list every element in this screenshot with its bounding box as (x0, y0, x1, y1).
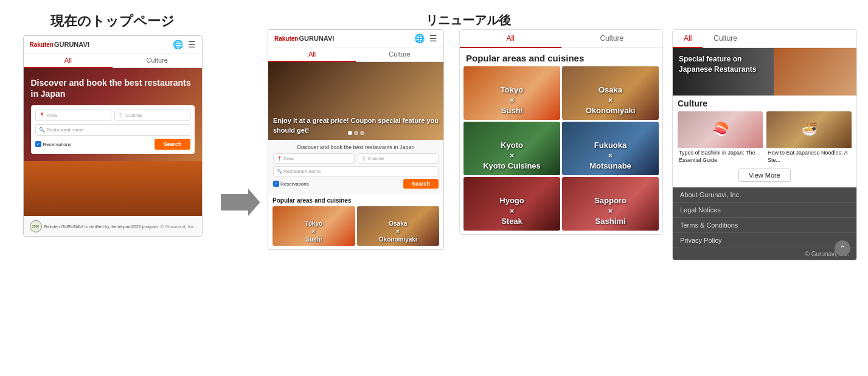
cert-text: Rakuten GURUNAVI is certified by the bey… (44, 224, 159, 229)
popular-title: Popular areas and cuisines (460, 48, 662, 66)
logo-gurunavi: GURUNAVI (54, 41, 89, 48)
renewal-globe-icon[interactable]: 🌐 (414, 33, 425, 43)
pop-tab-all[interactable]: All (460, 30, 561, 48)
renewal-area-input[interactable]: 📍 Area (273, 153, 355, 164)
noodles-img: 🍜 (766, 111, 852, 148)
culture-section: Culture 🍣 Types of Sashimi in Japan: The… (673, 96, 856, 187)
renewal-phone: Rakuten GURUNAVI 🌐 ☰ All Culture Enjoy i… (268, 29, 444, 250)
renewal-title: リニューアル後 (268, 12, 669, 29)
culture-title: Culture (678, 99, 852, 108)
area-input[interactable]: 📍 Area (35, 110, 111, 121)
culture-card-sashimi[interactable]: 🍣 Types of Sashimi in Japan: The Essenti… (678, 111, 763, 165)
renewal-tab-culture[interactable]: Culture (356, 47, 443, 61)
feature-text: Special feature on Japanese Restaurants (673, 48, 779, 81)
renewal-cuisine-input[interactable]: 🍴 Cuisine (358, 153, 439, 164)
food-image (24, 161, 202, 216)
feature-food-bg (774, 48, 856, 96)
footer-link-privacy[interactable]: Privacy Policy (673, 233, 856, 248)
sashimi-img: 🍣 (678, 111, 763, 148)
current-section: 現在のトップページ Rakuten GURUNAVI 🌐 ☰ All Cultu… (12, 12, 213, 237)
footer-cert: 2020 Rakuten GURUNAVI is certified by th… (30, 220, 159, 232)
footer-link-legal[interactable]: Legal Notices (673, 203, 856, 218)
area-hyogo[interactable]: Hyogo × Steak (464, 177, 560, 231)
popular-panel: All Culture Popular areas and cuisines T… (459, 29, 663, 235)
footer-copyright: © Gurunavi, Inc. (161, 224, 196, 229)
arrow-shape (221, 189, 260, 216)
renewal-area-osaka[interactable]: Osaka × Okonomiyaki (357, 206, 440, 246)
right-tab-all[interactable]: All (673, 30, 703, 48)
footer-link-about[interactable]: About Gurunavi, Inc. (673, 187, 856, 203)
footer-link-terms[interactable]: Terms & Conditions (673, 218, 856, 233)
view-more-button[interactable]: View More (738, 169, 791, 182)
area-fukuoka[interactable]: Fukuoka × Motsunabe (562, 122, 659, 175)
cuisine-input[interactable]: 🍴 Cuisine (114, 110, 190, 121)
right-panel: All Culture Special feature on Japanese … (672, 29, 857, 260)
renewal-popular: Popular areas and cuisines Tokyo × Sushi… (268, 193, 443, 249)
renewal-menu-icon[interactable]: ☰ (429, 33, 437, 43)
hero-text: Discover and book the best restaurants i… (31, 77, 195, 99)
renewal-search-label: Discover and book the best restaurants i… (273, 144, 439, 150)
reservations-check[interactable]: ✓ Reservations (35, 141, 72, 147)
renewal-search-button[interactable]: Search (403, 179, 439, 189)
culture-card-noodles[interactable]: 🍜 How to Eat Japanese Noodles: A Ste... (766, 111, 852, 165)
restaurant-input[interactable]: 🔍 Restaurant name (35, 124, 190, 136)
search-button[interactable]: Search (155, 139, 190, 150)
area-sapporo[interactable]: Sapporo × Sashimi (562, 177, 659, 231)
logo: Rakuten GURUNAVI (30, 41, 89, 48)
pop-tab-culture[interactable]: Culture (561, 30, 663, 47)
menu-icon[interactable]: ☰ (188, 40, 196, 49)
current-phone: Rakuten GURUNAVI 🌐 ☰ All Culture Discove… (23, 35, 203, 237)
renewal-popular-title: Popular areas and cuisines (273, 197, 439, 204)
renewal-logo: Rakuten GURUNAVI (274, 35, 334, 42)
noodles-title: How to Eat Japanese Noodles: A Ste... (766, 148, 852, 165)
logo-rakuten: Rakuten (30, 41, 54, 48)
footer-links: About Gurunavi, Inc. Legal Notices Terms… (673, 187, 856, 248)
renewal-area-tokyo[interactable]: Tokyo × Sushi (273, 206, 355, 246)
arrow (213, 189, 268, 216)
renewal-area-label-tokyo: Tokyo × Sushi (273, 220, 355, 243)
sashimi-title: Types of Sashimi in Japan: The Essential… (678, 148, 763, 165)
tab-all[interactable]: All (24, 54, 113, 68)
area-osaka[interactable]: Osaka × Okonomiyaki (562, 66, 659, 120)
right-tab-culture[interactable]: Culture (703, 30, 748, 47)
renewal-section: Rakuten GURUNAVI 🌐 ☰ All Culture Enjoy i… (268, 29, 450, 250)
renewal-tab-all[interactable]: All (268, 47, 356, 62)
tab-culture[interactable]: Culture (113, 54, 202, 67)
renewal-reservations[interactable]: ✓ Reservations (273, 181, 309, 187)
tabs: All Culture (24, 54, 202, 68)
area-tokyo[interactable]: Tokyo × Sushi (464, 66, 560, 120)
current-label: 現在のトップページ (12, 12, 213, 30)
renewal-restaurant-input[interactable]: 🔍 Restaurant name (273, 166, 439, 176)
renewal-hero-text: Enjoy it at a great price! Coupon specia… (273, 116, 439, 135)
checkbox[interactable]: ✓ (35, 141, 41, 147)
globe-icon[interactable]: 🌐 (173, 40, 183, 49)
feature-image-area: Special feature on Japanese Restaurants (673, 48, 856, 96)
beyond-badge: 2020 (30, 220, 42, 232)
area-kyoto[interactable]: Kyoto × Kyoto Cuisines (464, 122, 560, 175)
renewal-area-label-osaka: Osaka × Okonomiyaki (357, 220, 440, 243)
